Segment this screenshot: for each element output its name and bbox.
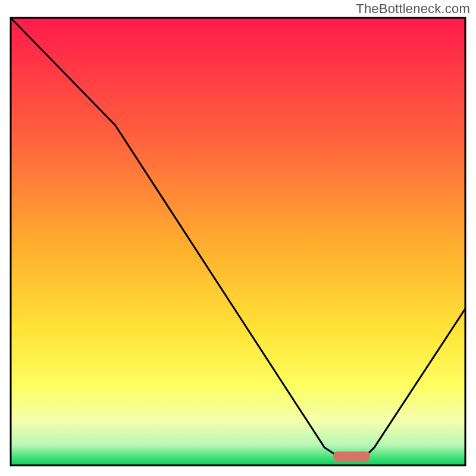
plot-background — [11, 18, 465, 465]
chart-container: { "watermark": "TheBottleneck.com", "cha… — [0, 0, 476, 476]
bottleneck-chart — [0, 0, 476, 476]
highlight-marker — [333, 452, 369, 462]
